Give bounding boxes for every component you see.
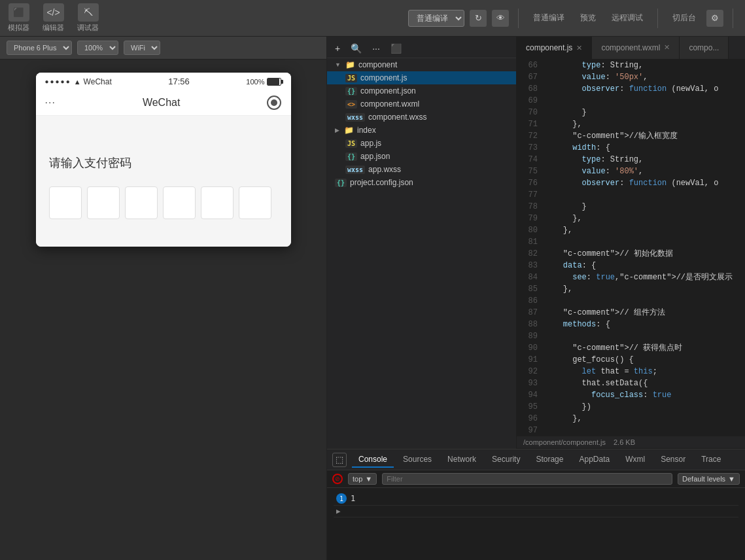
line-content-87: "c-comment">// 组件方法	[544, 307, 745, 319]
add-file-btn[interactable]: +	[332, 42, 343, 55]
tab-trace[interactable]: Trace	[695, 452, 727, 468]
file-app-js[interactable]: JS app.js	[327, 137, 516, 150]
file-app-json[interactable]: {} app.json	[327, 150, 516, 163]
tab-sources[interactable]: Sources	[396, 452, 438, 468]
pin-box-6[interactable]	[239, 186, 271, 219]
clear-console-btn[interactable]: ⊘	[332, 474, 343, 484]
code-line-97: 97	[517, 425, 745, 436]
line-content-77	[544, 189, 745, 201]
line-num-80: 80	[517, 224, 544, 236]
pin-boxes	[49, 186, 278, 219]
zoom-select[interactable]: 100%	[77, 41, 118, 55]
tab-security[interactable]: Security	[485, 452, 527, 468]
remote-debug-label[interactable]: 远程调试	[606, 11, 648, 25]
collapse-tree-btn[interactable]: ⬛	[388, 42, 404, 55]
context-label: top	[353, 475, 362, 483]
inspect-icon[interactable]: ⬚	[332, 453, 347, 467]
file-component-wxml[interactable]: <> component.wxml	[327, 97, 516, 111]
code-line-85: 85 },	[517, 283, 745, 295]
preview-icon[interactable]: 👁	[492, 10, 509, 27]
tab-close-component-wxml[interactable]: ✕	[664, 43, 670, 52]
tab-storage[interactable]: Storage	[529, 452, 570, 468]
file-project-config[interactable]: {} project.config.json	[327, 176, 516, 189]
tab-network[interactable]: Network	[441, 452, 483, 468]
search-tree-btn[interactable]: 🔍	[348, 42, 364, 55]
file-component-js[interactable]: JS component.js	[327, 71, 516, 84]
code-line-76: 76 observer: function (newVal, o	[517, 177, 745, 189]
simulator-panel: Phone 6 Plus 100% WiFi ●●●●● ▲ WeChat 17…	[0, 37, 327, 560]
device-select[interactable]: Phone 6 Plus	[7, 41, 72, 55]
line-content-88: methods: {	[544, 319, 745, 330]
line-content-74: type: String,	[544, 154, 745, 166]
tab-console[interactable]: Console	[352, 452, 394, 468]
tab-sensor[interactable]: Sensor	[654, 452, 692, 468]
network-select[interactable]: WiFi	[124, 41, 160, 55]
editor-btn[interactable]: </> 编辑器	[43, 3, 64, 33]
line-num-88: 88	[517, 319, 544, 330]
pin-box-2[interactable]	[87, 186, 120, 219]
devtools-content: 1 1 ▶	[327, 488, 745, 560]
tab-component-js-label: component.js	[526, 43, 572, 52]
folder-index[interactable]: ▶ 📁 index	[327, 124, 516, 137]
line-content-92: let that = this;	[544, 366, 745, 377]
compile-label[interactable]: 普通编译	[528, 11, 570, 25]
code-line-78: 78 }	[517, 201, 745, 213]
line-content-97	[544, 425, 745, 436]
line-content-73: width: {	[544, 142, 745, 154]
line-num-66: 66	[517, 60, 544, 71]
code-line-70: 70 }	[517, 107, 745, 118]
battery-icon	[267, 78, 281, 86]
code-line-93: 93 that.setData({	[517, 377, 745, 389]
line-content-68: observer: function (newVal, o	[544, 83, 745, 95]
line-content-66: type: String,	[544, 60, 745, 71]
pin-box-1[interactable]	[49, 186, 82, 219]
preview-label[interactable]: 预览	[575, 11, 601, 25]
code-editor: component.js ✕ component.wxml ✕ compo...…	[517, 37, 745, 449]
filter-input[interactable]	[382, 473, 672, 485]
file-app-wxss[interactable]: wxss app.wxss	[327, 163, 516, 176]
tab-comp-ellipsis-label: compo...	[689, 43, 719, 52]
line-num-78: 78	[517, 201, 544, 213]
tab-comp-ellipsis[interactable]: compo...	[680, 37, 729, 59]
file-component-json[interactable]: {} component.json	[327, 84, 516, 97]
battery-fill	[268, 79, 279, 85]
pin-box-5[interactable]	[201, 186, 234, 219]
more-tree-btn[interactable]: ···	[370, 42, 383, 55]
project-json-icon: {}	[335, 179, 347, 187]
file-component-wxss[interactable]: wxss component.wxss	[327, 111, 516, 124]
tab-wxml[interactable]: Wxml	[619, 452, 651, 468]
context-select[interactable]: top ▼	[348, 473, 377, 485]
tab-close-component-js[interactable]: ✕	[576, 44, 582, 52]
pin-box-3[interactable]	[125, 186, 158, 219]
line-num-86: 86	[517, 295, 544, 307]
line-num-72: 72	[517, 130, 544, 142]
status-right: 100%	[246, 78, 281, 86]
line-num-92: 92	[517, 366, 544, 377]
debugger-btn[interactable]: ⛏ 调试器	[77, 3, 99, 33]
level-chevron-icon: ▼	[728, 475, 735, 483]
code-content[interactable]: 66 type: String,67 value: '50px',68 obse…	[517, 60, 745, 436]
record-btn[interactable]	[267, 96, 281, 110]
chevron-right-icon: ▶	[335, 127, 339, 133]
tab-component-wxml[interactable]: component.wxml ✕	[592, 37, 680, 59]
code-line-87: 87 "c-comment">// 组件方法	[517, 307, 745, 319]
refresh-button[interactable]: ↻	[470, 10, 487, 27]
compile-select[interactable]: 普通编译	[408, 10, 464, 27]
folder-component-label: component	[358, 60, 397, 69]
code-line-82: 82 "c-comment">// 初始化数据	[517, 248, 745, 260]
cut-label[interactable]: 切后台	[667, 11, 701, 25]
gear-btn[interactable]: ⚙	[706, 10, 723, 27]
folder-component[interactable]: ▼ 📁 component	[327, 58, 516, 71]
file-app-wxss-label: app.wxss	[368, 165, 401, 174]
simulator-btn[interactable]: ⬛ 模拟器	[8, 3, 29, 33]
line-content-72: "c-comment">//输入框宽度	[544, 130, 745, 142]
level-select[interactable]: Default levels ▼	[678, 473, 740, 485]
pin-box-4[interactable]	[163, 186, 196, 219]
code-line-90: 90 "c-comment">// 获得焦点时	[517, 342, 745, 354]
tab-appdata[interactable]: AppData	[572, 452, 616, 468]
tab-component-js[interactable]: component.js ✕	[517, 37, 592, 59]
file-tree: + 🔍 ··· ⬛ ▼ 📁 component JS component.js …	[327, 37, 517, 449]
line-content-89	[544, 330, 745, 342]
folder-index-label: index	[357, 126, 376, 135]
line-content-80: },	[544, 224, 745, 236]
